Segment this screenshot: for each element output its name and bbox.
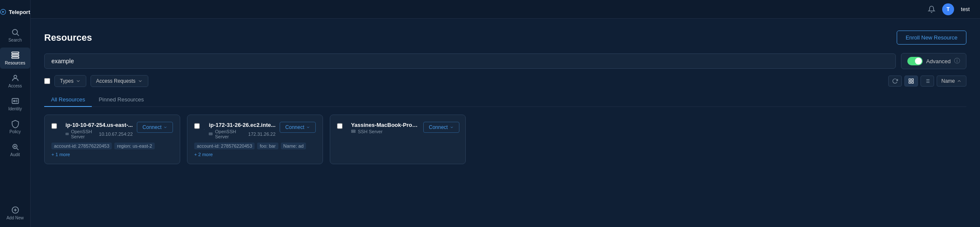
add-icon [11,206,20,214]
sidebar-item-add-label: Add New [6,216,24,220]
svg-rect-5 [11,54,19,56]
connect-label: Connect [429,124,448,130]
connect-label: Connect [142,124,161,130]
policy-icon [11,120,20,128]
svg-rect-22 [912,81,913,83]
view-controls: Name [888,76,966,87]
svg-rect-21 [909,81,911,83]
sidebar-item-add-new[interactable]: Add New [0,202,30,224]
types-chevron-icon [76,78,81,84]
sidebar: Teleport Search Resources Access Identit… [0,0,31,227]
connect-button[interactable]: Connect [137,122,173,133]
connect-label: Connect [285,124,304,130]
select-all-checkbox[interactable] [44,78,50,84]
svg-point-2 [12,29,17,34]
card-ip: 172.31.26.22 [248,132,275,137]
card-title-area: Yassines-MacBook-Pro.l... SSH Server [351,122,419,134]
connect-button[interactable]: Connect [280,122,316,133]
svg-rect-19 [909,79,911,81]
resource-card: Yassines-MacBook-Pro.l... SSH Server Con… [330,115,466,164]
sidebar-item-access[interactable]: Access [0,70,30,92]
advanced-toggle[interactable] [907,57,923,65]
card-title-area: ip-172-31-26-26.ec2.inte... OpenSSH Serv… [209,122,275,139]
cards-grid: ip-10-10-67-254.us-east-... OpenSSH Serv… [44,115,966,164]
resource-card: ip-172-31-26-26.ec2.inte... OpenSSH Serv… [187,115,323,164]
svg-line-3 [17,34,19,36]
sidebar-item-audit[interactable]: Audit [0,139,30,160]
access-requests-label: Access Requests [96,78,136,84]
card-hostname: ip-172-31-26-26.ec2.inte... [209,122,275,128]
card-ip: 10.10.67.254:22 [99,132,133,137]
advanced-label: Advanced [926,58,951,64]
card-type: OpenSSH Server [215,129,246,139]
svg-rect-4 [11,52,19,53]
sidebar-item-audit-label: Audit [10,152,20,157]
sidebar-item-resources-label: Resources [5,61,25,65]
card-header: Yassines-MacBook-Pro.l... SSH Server Con… [337,122,459,137]
card-header: ip-10-10-67-254.us-east-... OpenSSH Serv… [51,122,173,139]
sort-arrow-icon [957,78,962,84]
card-header: ip-172-31-26-26.ec2.inte... OpenSSH Serv… [194,122,316,139]
server-type-icon [65,132,69,137]
info-icon[interactable]: ⓘ [954,57,960,65]
card-tag: account-id: 278576220453 [194,143,255,149]
card-tag: account-id: 278576220453 [51,143,112,149]
svg-rect-6 [11,57,19,58]
list-view-button[interactable] [921,76,934,87]
access-requests-filter-button[interactable]: Access Requests [91,75,148,87]
card-tag: region: us-east-2 [114,143,155,149]
filter-row: Types Access Requests [44,75,966,87]
card-type-row: OpenSSH Server 172.31.26.22 [209,129,275,139]
svg-point-7 [14,75,17,78]
search-icon [11,28,20,36]
sidebar-item-identity[interactable]: Identity [0,93,30,115]
svg-point-9 [13,100,14,101]
card-hostname: ip-10-10-67-254.us-east-... [65,122,133,128]
connect-button[interactable]: Connect [423,122,459,133]
connect-chevron-icon [306,125,310,129]
card-title-area: ip-10-10-67-254.us-east-... OpenSSH Serv… [65,122,133,139]
page-title: Resources [44,32,92,43]
types-filter-button[interactable]: Types [54,75,86,87]
connect-chevron-icon [163,125,167,129]
resource-card: ip-10-10-67-254.us-east-... OpenSSH Serv… [44,115,180,164]
card-checkbox[interactable] [194,123,200,129]
app-logo[interactable]: Teleport [0,3,30,23]
enroll-new-resource-button[interactable]: Enroll New Resource [897,31,966,45]
card-checkbox[interactable] [337,123,343,129]
more-tags-link[interactable]: + 1 more [51,152,70,157]
svg-marker-1 [3,11,5,13]
topbar: T test [31,0,980,19]
search-row: Advanced ⓘ [44,53,966,69]
notifications-icon[interactable] [928,6,935,13]
card-type-row: SSH Server [351,129,419,134]
username: test [961,6,970,12]
types-filter-label: Types [60,78,74,84]
card-checkbox[interactable] [51,123,57,129]
more-tags-link[interactable]: + 2 more [194,152,213,157]
resources-icon [11,51,20,59]
teleport-logo-icon [0,8,6,16]
tab-pinned-resources-label: Pinned Resources [99,96,144,103]
card-hostname: Yassines-MacBook-Pro.l... [351,122,419,128]
refresh-button[interactable] [888,76,902,87]
svg-rect-20 [912,79,913,81]
search-input[interactable] [44,53,896,69]
sidebar-item-policy[interactable]: Policy [0,116,30,137]
server-type-icon [351,129,356,134]
grid-view-button[interactable] [904,76,918,87]
sidebar-item-search[interactable]: Search [0,25,30,46]
tab-pinned-resources[interactable]: Pinned Resources [92,93,150,107]
card-tags: account-id: 278576220453 foo: bar Name: … [194,143,316,157]
sort-button[interactable]: Name [937,76,966,87]
card-tag: Name: ad [281,143,306,149]
page-header: Resources Enroll New Resource [44,31,966,45]
app-title: Teleport [9,9,30,15]
tab-all-resources[interactable]: All Resources [44,93,92,107]
svg-line-13 [17,148,18,150]
avatar[interactable]: T [942,3,954,15]
card-type-row: OpenSSH Server 10.10.67.254:22 [65,129,133,139]
sidebar-item-resources[interactable]: Resources [0,48,30,69]
grid-icon [908,78,914,84]
advanced-toggle-area: Advanced ⓘ [901,53,966,69]
